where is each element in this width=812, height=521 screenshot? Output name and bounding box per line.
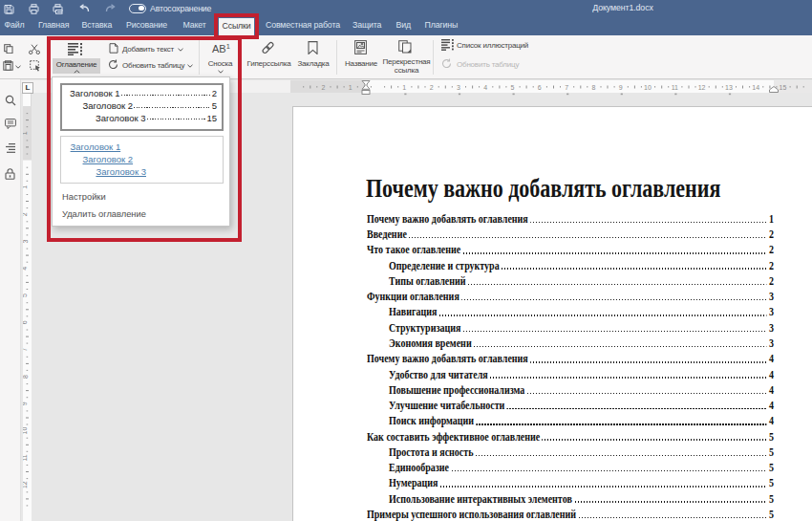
svg-text:1: 1 — [349, 84, 353, 91]
svg-text:9: 9 — [23, 402, 29, 405]
svg-text:2: 2 — [321, 84, 325, 91]
svg-text:12: 12 — [698, 84, 706, 91]
svg-text:10: 10 — [644, 84, 652, 91]
svg-text:5: 5 — [511, 84, 515, 91]
svg-text:12: 12 — [23, 481, 29, 488]
svg-text:8: 8 — [23, 375, 29, 379]
svg-text:11: 11 — [23, 454, 29, 461]
svg-text:11: 11 — [672, 84, 678, 91]
svg-text:1: 1 — [23, 131, 29, 135]
svg-text:8: 8 — [591, 84, 595, 91]
svg-text:2: 2 — [23, 212, 29, 216]
svg-text:9: 9 — [619, 84, 623, 91]
svg-text:2: 2 — [430, 84, 434, 91]
svg-text:1: 1 — [23, 185, 29, 189]
svg-text:3: 3 — [23, 239, 29, 243]
svg-text:4: 4 — [23, 267, 29, 271]
svg-text:3: 3 — [457, 84, 460, 91]
svg-text:6: 6 — [538, 84, 542, 91]
svg-text:7: 7 — [565, 84, 568, 91]
svg-text:15: 15 — [780, 84, 787, 91]
svg-text:10: 10 — [23, 427, 29, 435]
svg-text:6: 6 — [23, 320, 29, 324]
svg-text:7: 7 — [23, 348, 29, 352]
svg-text:1: 1 — [402, 84, 406, 91]
svg-text:4: 4 — [483, 84, 487, 91]
svg-text:13: 13 — [725, 84, 733, 91]
svg-text:5: 5 — [23, 293, 29, 297]
svg-text:14: 14 — [752, 84, 759, 91]
